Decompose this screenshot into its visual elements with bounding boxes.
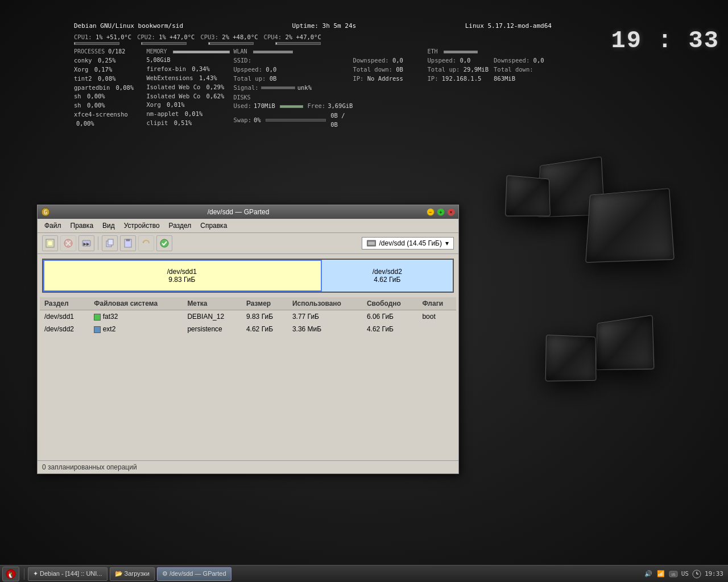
task1-label: ✦ Debian - [144] :: UNI... (33, 570, 102, 577)
col-partition: Раздел (40, 297, 89, 310)
window-controls[interactable]: − + × (427, 208, 455, 216)
wlan-no-address: No Address (367, 75, 403, 82)
svg-point-14 (160, 239, 168, 247)
row1-size: 9.83 ГиБ (242, 310, 288, 323)
clock-icon (692, 569, 701, 579)
minimize-button[interactable]: − (427, 208, 435, 216)
row2-used: 3.36 МиБ (288, 323, 362, 335)
row2-fs: ext2 (89, 323, 183, 335)
task3-label: ⚙ /dev/sdd — GParted (162, 570, 226, 577)
cpu4-info: CPU4: 2% +47,0°C (264, 33, 321, 42)
undo-button[interactable] (138, 235, 154, 251)
kernel: Linux 5.17.12-mod-amd64 (465, 22, 552, 31)
row2-flags (417, 323, 456, 335)
row1-used: 3.77 ГиБ (288, 310, 362, 323)
keyboard-icon[interactable]: US (669, 569, 678, 579)
svg-text:US: US (671, 572, 676, 576)
cube-decoration-5 (545, 335, 597, 381)
taskbar-task-3[interactable]: ⚙ /dev/sdd — GParted (157, 567, 231, 581)
menu-bar: Файл Правка Вид Устройство Раздел Справк… (38, 219, 458, 233)
row1-color-indicator (94, 314, 101, 321)
clock-display: 19 : 33 (611, 27, 719, 55)
svg-rect-3 (48, 241, 52, 246)
col-size: Размер (242, 297, 288, 310)
col-filesystem: Файловая система (89, 297, 183, 310)
start-button[interactable]: 🐧 (2, 567, 19, 581)
row2-label: persistence (183, 323, 242, 335)
device-selector-label: /dev/sdd (14.45 ГиБ) (379, 239, 442, 247)
taskbar-separator-1 (24, 568, 24, 580)
taskbar: 🐧 ✦ Debian - [144] :: UNI... 📂 Загрузки … (0, 565, 728, 582)
toolbar-right: /dev/sdd (14.45 ГиБ) ▾ (362, 237, 454, 250)
row1-free: 6.06 ГиБ (362, 310, 418, 323)
new-button[interactable] (42, 235, 58, 251)
disk-partition-2-visual[interactable]: /dev/sdd2 4.62 ГиБ (322, 260, 453, 292)
status-bar: 0 запланированных операций (38, 460, 458, 473)
taskbar-systray: 🔊 📶 US US 19:33 (644, 569, 728, 579)
col-used: Использовано (288, 297, 362, 310)
disk-visual: /dev/sdd1 9.83 ГиБ /dev/sdd2 4.62 ГиБ (42, 259, 454, 293)
svg-text:G: G (44, 209, 47, 215)
close-button[interactable]: × (447, 208, 455, 216)
svg-text:🐧: 🐧 (7, 571, 15, 579)
taskbar-task-1[interactable]: ✦ Debian - [144] :: UNI... (28, 567, 107, 581)
menu-edit[interactable]: Правка (68, 221, 96, 231)
clock-section: 19 : 33 (611, 22, 719, 55)
svg-rect-10 (108, 239, 113, 245)
apply-all-button[interactable] (156, 235, 172, 251)
disk-part1-name: /dev/sdd1 (167, 268, 197, 276)
menu-device[interactable]: Устройство (122, 221, 162, 231)
row1-flags: boot (417, 310, 456, 323)
wlan-section: WLAN SSID: Upspeed: 0,0 Total up: 0B Sig… (233, 47, 353, 129)
wlan-right-section: Downspeed: 0,0 Total down: 0B IP: No Add… (353, 47, 427, 129)
window-title: /dev/sdd — GParted (50, 208, 427, 216)
row1-label: DEBIAN_12 (183, 310, 242, 323)
speaker-icon[interactable]: 🔊 (644, 569, 653, 579)
row2-partition: /dev/sdd2 (40, 323, 89, 335)
partition-table: Раздел Файловая система Метка Размер Исп… (40, 297, 456, 335)
svg-rect-16 (368, 242, 375, 245)
table-row[interactable]: /dev/sdd2 ext2 persistence 4.62 ГиБ 3.36… (40, 323, 456, 335)
disk-part2-size: 4.62 ГиБ (374, 276, 400, 284)
taskbar-time: 19:33 (705, 570, 723, 577)
table-row[interactable]: /dev/sdd1 fat32 DEBIAN_12 9.83 ГиБ 3.77 … (40, 310, 456, 323)
conky-monitor: Debian GNU/Linux bookworm/sid Uptime: 3h… (74, 22, 552, 130)
row2-free: 4.62 ГиБ (362, 323, 418, 335)
col-free: Свободно (362, 297, 418, 310)
menu-file[interactable]: Файл (42, 221, 64, 231)
disk-part1-size: 9.83 ГиБ (168, 276, 195, 284)
col-flags: Флаги (417, 297, 456, 310)
partition-table-container: Раздел Файловая система Метка Размер Исп… (38, 297, 458, 335)
cpu1-info: CPU1: 1% +51,0°C (74, 33, 131, 42)
eth-section: ETH Upspeed: 0,0 Total up: 29,9MiB IP: 1… (428, 47, 494, 129)
menu-view[interactable]: Вид (100, 221, 117, 231)
cube-decoration-3 (585, 188, 675, 263)
chevron-down-icon: ▾ (445, 239, 449, 247)
device-selector[interactable]: /dev/sdd (14.45 ГиБ) ▾ (362, 237, 454, 250)
cancel-button[interactable] (60, 235, 76, 251)
empty-space (38, 335, 458, 460)
gparted-app-icon: G (41, 207, 50, 217)
taskbar-task-2[interactable]: 📂 Загрузки (110, 567, 155, 581)
row2-color-indicator (94, 326, 101, 333)
window-titlebar: G /dev/sdd — GParted − + × (38, 205, 458, 219)
svg-marker-13 (142, 242, 144, 243)
locale-label: US (681, 570, 689, 577)
network-icon[interactable]: 📶 (656, 569, 665, 579)
gparted-window: G /dev/sdd — GParted − + × Файл Правка В… (37, 205, 459, 474)
paste-button[interactable] (120, 235, 136, 251)
disk-part2-name: /dev/sdd2 (373, 268, 402, 276)
apply-button[interactable]: ▶▶ (78, 235, 94, 251)
copy-button[interactable] (102, 235, 118, 251)
cpu3-info: CPU3: 2% +48,0°C (200, 33, 258, 42)
cube-decoration-2 (505, 175, 551, 217)
maximize-button[interactable]: + (437, 208, 445, 216)
uptime: Uptime: 3h 5m 24s (292, 22, 357, 31)
col-label: Метка (183, 297, 242, 310)
disk-partition-1-visual[interactable]: /dev/sdd1 9.83 ГиБ (43, 260, 322, 292)
row1-fs: fat32 (89, 310, 183, 323)
menu-help[interactable]: Справка (198, 221, 229, 231)
toolbar: ▶▶ (38, 233, 458, 254)
menu-partition[interactable]: Раздел (167, 221, 194, 231)
memory-section: MEMORY 5,08GiB firefox-bin 0,34% WebExte… (146, 47, 233, 129)
